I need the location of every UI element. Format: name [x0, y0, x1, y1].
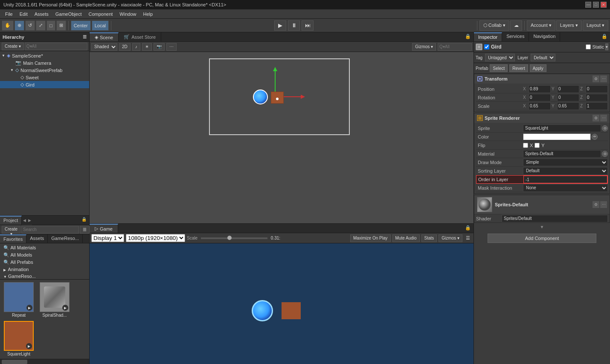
- material-pick-btn[interactable]: ◎: [602, 151, 608, 157]
- hierarchy-item-maincam[interactable]: 📷 Main Camera: [0, 59, 89, 66]
- hand-tool[interactable]: ✋: [2, 20, 14, 31]
- move-tool[interactable]: ⊕: [15, 20, 24, 31]
- fav-all-materials[interactable]: 🔍 All Materials: [0, 244, 89, 251]
- hierarchy-item-normalprefab[interactable]: ◇ NormalSweetPrefab: [0, 66, 89, 74]
- project-search[interactable]: [21, 226, 79, 234]
- layout-dropdown[interactable]: Layout ▾: [583, 20, 608, 31]
- scale-z-input[interactable]: [586, 102, 608, 110]
- subtab-gamereso[interactable]: GameReso...: [48, 234, 83, 243]
- scene-fx-btn[interactable]: ☀: [142, 43, 152, 51]
- tab-assetstore[interactable]: 🛒 Asset Store: [119, 32, 161, 41]
- prefab-apply-btn[interactable]: Apply: [530, 64, 546, 72]
- shade-mode-select[interactable]: Shaded: [91, 43, 117, 51]
- material-input[interactable]: [523, 150, 601, 158]
- stats-btn[interactable]: Stats: [421, 234, 437, 242]
- transform-more-btn[interactable]: ⋯: [600, 75, 607, 82]
- project-nav-right[interactable]: ▶: [27, 216, 32, 225]
- rect-tool[interactable]: □: [46, 20, 55, 31]
- asset-repeat[interactable]: ▶ Repeat: [2, 281, 36, 318]
- pos-z-input[interactable]: [586, 85, 608, 93]
- menu-assets[interactable]: Assets: [31, 11, 52, 17]
- menu-component[interactable]: Component: [85, 11, 116, 17]
- pos-y-input[interactable]: [557, 85, 579, 93]
- scene-lock[interactable]: 🔒: [462, 32, 473, 41]
- pos-x-input[interactable]: [529, 85, 551, 93]
- project-filter-btn[interactable]: ☰: [80, 226, 90, 234]
- sorting-layer-select[interactable]: Default: [523, 167, 608, 175]
- asset-spiralshad[interactable]: ▶ SpiralShad...: [38, 281, 72, 318]
- maximize-on-play-btn[interactable]: Maximize On Play: [350, 234, 391, 242]
- cloud-button[interactable]: ☁: [510, 20, 522, 31]
- hierarchy-item-scene[interactable]: ◈ SampleScene*: [0, 52, 89, 59]
- inspector-arrow-down[interactable]: ▼: [474, 224, 610, 230]
- rot-x-input[interactable]: [529, 94, 551, 101]
- window-controls[interactable]: — □ ✕: [585, 2, 607, 8]
- project-lock-icon[interactable]: 🔒: [79, 216, 89, 225]
- multi-tool[interactable]: ⊞: [56, 20, 66, 31]
- sprite-input[interactable]: [523, 124, 601, 132]
- pause-btn[interactable]: ⏸: [288, 20, 300, 31]
- obj-name-input[interactable]: [491, 44, 584, 50]
- static-checkbox[interactable]: [586, 44, 591, 49]
- subtab-assets[interactable]: Assets: [26, 234, 48, 243]
- scene-viewport[interactable]: [90, 52, 473, 223]
- hierarchy-item-sweet[interactable]: ◇ Sweet: [0, 74, 89, 81]
- shader-input[interactable]: [502, 215, 608, 222]
- gizmos-btn[interactable]: Gizmos ▾: [412, 43, 436, 51]
- step-btn[interactable]: ⏭: [302, 20, 314, 31]
- transform-settings-btn[interactable]: ⚙: [593, 75, 599, 82]
- scene-2d-btn[interactable]: 2D: [119, 43, 131, 51]
- active-checkbox[interactable]: [484, 44, 489, 49]
- sprites-default-header[interactable]: Sprites-Default ⚙ ⋯: [474, 195, 610, 214]
- asset-animation[interactable]: Animation: [0, 266, 89, 273]
- tab-inspector[interactable]: Inspector: [474, 32, 502, 41]
- prefab-select-btn[interactable]: Select: [490, 64, 508, 72]
- collab-button[interactable]: ⬡ Collab ▾: [479, 20, 509, 31]
- game-panel-menu[interactable]: ☰: [464, 234, 472, 242]
- close-btn[interactable]: ✕: [601, 2, 607, 8]
- tab-project[interactable]: Project: [0, 216, 22, 225]
- rotate-tool[interactable]: ↺: [25, 20, 35, 31]
- sprite-more-btn[interactable]: ⋯: [600, 115, 607, 121]
- scale-slider[interactable]: [201, 237, 267, 239]
- game-lock[interactable]: 🔒: [462, 224, 473, 233]
- play-btn[interactable]: ▶: [274, 20, 286, 31]
- scale-y-input[interactable]: [557, 102, 579, 110]
- scene-audio-btn[interactable]: ♪: [132, 43, 140, 51]
- local-btn[interactable]: Local: [92, 20, 109, 31]
- color-pick-btn[interactable]: ✏: [592, 134, 598, 140]
- fav-all-models[interactable]: 🔍 All Models: [0, 251, 89, 259]
- fav-all-prefabs[interactable]: 🔍 All Prefabs: [0, 259, 89, 266]
- sprite-settings-btn[interactable]: ⚙: [593, 115, 599, 121]
- display-select[interactable]: Display 1: [91, 234, 124, 242]
- scene-more-btn[interactable]: ⋯: [166, 43, 177, 51]
- tab-scene[interactable]: ◈ Scene: [90, 32, 119, 41]
- project-create-btn[interactable]: Create ▾: [2, 226, 20, 234]
- hierarchy-search[interactable]: [25, 43, 87, 50]
- tag-select[interactable]: Untagged: [485, 54, 515, 61]
- hierarchy-item-gird[interactable]: ◇ Gird: [0, 81, 89, 88]
- menu-window[interactable]: Window: [116, 11, 139, 17]
- minimize-btn[interactable]: —: [585, 2, 591, 8]
- game-viewport[interactable]: [90, 243, 473, 364]
- rot-y-input[interactable]: [557, 94, 579, 101]
- add-component-button[interactable]: Add Component: [488, 234, 596, 243]
- sprite-renderer-header[interactable]: Sprite Renderer ⚙ ⋯: [474, 113, 610, 123]
- menu-gameobject[interactable]: GameObject: [52, 11, 85, 17]
- color-swatch[interactable]: [523, 133, 591, 140]
- scale-x-input[interactable]: [529, 102, 551, 110]
- mask-interaction-select[interactable]: None: [523, 184, 608, 192]
- material-more-btn[interactable]: ⋯: [600, 201, 607, 208]
- game-gizmos-btn[interactable]: Gizmos ▾: [439, 234, 462, 242]
- material-settings-btn[interactable]: ⚙: [593, 201, 599, 208]
- sprite-pick-btn[interactable]: ◎: [602, 125, 608, 131]
- menu-edit[interactable]: Edit: [16, 11, 31, 17]
- project-scrollbar[interactable]: [0, 359, 89, 364]
- asset-squarelight[interactable]: ▶ SquareLight: [2, 320, 36, 357]
- scene-cam-btn[interactable]: 📷: [154, 43, 165, 51]
- project-scrollbar-thumb[interactable]: [2, 360, 27, 364]
- transform-header[interactable]: Transform ⚙ ⋯: [474, 74, 610, 84]
- draw-mode-select[interactable]: Simple: [523, 159, 608, 166]
- rot-z-input[interactable]: [586, 94, 608, 101]
- scale-tool[interactable]: ⤢: [36, 20, 46, 31]
